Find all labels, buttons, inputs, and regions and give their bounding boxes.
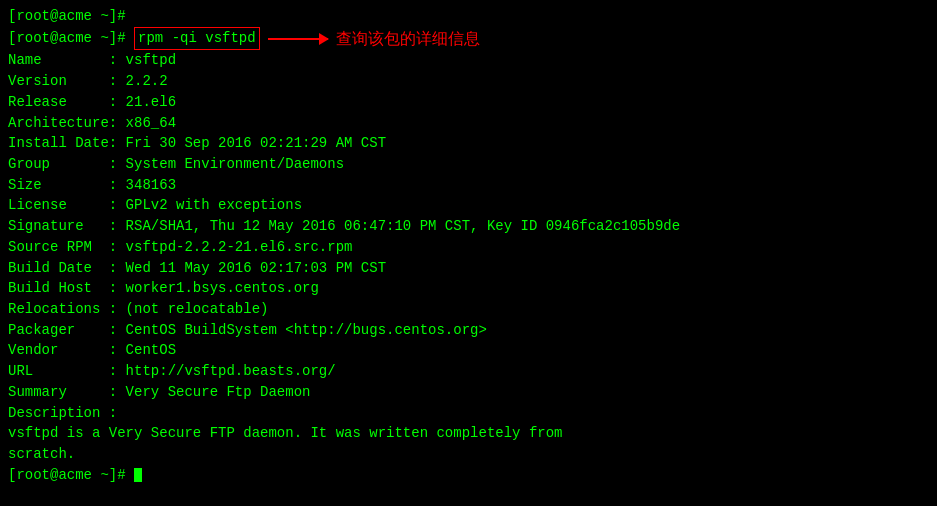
terminal-line-1: [root@acme ~]#	[8, 6, 929, 27]
terminal-line-packager: Packager : CentOS BuildSystem <http://bu…	[8, 320, 929, 341]
field-label-release: Release : 21.el6	[8, 92, 176, 113]
terminal-line-builddate: Build Date : Wed 11 May 2016 02:17:03 PM…	[8, 258, 929, 279]
arrow-annotation: 查询该包的详细信息	[268, 27, 480, 51]
cursor-blink	[134, 468, 142, 482]
field-label-packager: Packager : CentOS BuildSystem <http://bu…	[8, 320, 487, 341]
description-text-2: scratch.	[8, 444, 75, 465]
field-label-sourcerpm: Source RPM : vsftpd-2.2.2-21.el6.src.rpm	[8, 237, 352, 258]
terminal-line-relocations: Relocations : (not relocatable)	[8, 299, 929, 320]
field-label-installdate: Install Date: Fri 30 Sep 2016 02:21:29 A…	[8, 133, 386, 154]
final-prompt: [root@acme ~]#	[8, 465, 134, 486]
field-label-group: Group : System Environment/Daemons	[8, 154, 344, 175]
prompt-2: [root@acme ~]#	[8, 28, 134, 49]
terminal-line-name: Name : vsftpd	[8, 50, 929, 71]
field-label-description: Description :	[8, 403, 117, 424]
field-label-size: Size : 348163	[8, 175, 176, 196]
terminal-line-final-prompt: [root@acme ~]#	[8, 465, 929, 486]
field-label-builddate: Build Date : Wed 11 May 2016 02:17:03 PM…	[8, 258, 386, 279]
annotation-text: 查询该包的详细信息	[336, 27, 480, 51]
terminal-line-group: Group : System Environment/Daemons	[8, 154, 929, 175]
terminal-line-installdate: Install Date: Fri 30 Sep 2016 02:21:29 A…	[8, 133, 929, 154]
terminal-line-sourcerpm: Source RPM : vsftpd-2.2.2-21.el6.src.rpm	[8, 237, 929, 258]
terminal-line-description-1: vsftpd is a Very Secure FTP daemon. It w…	[8, 423, 929, 444]
field-label-relocations: Relocations : (not relocatable)	[8, 299, 268, 320]
terminal-line-2: [root@acme ~]# rpm -qi vsftpd 查询该包的详细信息	[8, 27, 929, 51]
field-label-url: URL : http://vsftpd.beasts.org/	[8, 361, 336, 382]
field-label-summary: Summary : Very Secure Ftp Daemon	[8, 382, 310, 403]
terminal-line-size: Size : 348163	[8, 175, 929, 196]
field-label-vendor: Vendor : CentOS	[8, 340, 176, 361]
field-label-signature: Signature : RSA/SHA1, Thu 12 May 2016 06…	[8, 216, 680, 237]
terminal-line-description-2: scratch.	[8, 444, 929, 465]
prompt-1: [root@acme ~]#	[8, 6, 126, 27]
terminal-line-version: Version : 2.2.2	[8, 71, 929, 92]
terminal-line-buildhost: Build Host : worker1.bsys.centos.org	[8, 278, 929, 299]
terminal-line-vendor: Vendor : CentOS	[8, 340, 929, 361]
terminal-line-signature: Signature : RSA/SHA1, Thu 12 May 2016 06…	[8, 216, 929, 237]
terminal-line-release: Release : 21.el6	[8, 92, 929, 113]
arrow-icon	[268, 38, 328, 40]
terminal-line-url: URL : http://vsftpd.beasts.org/	[8, 361, 929, 382]
terminal-line-description-header: Description :	[8, 403, 929, 424]
terminal-line-summary: Summary : Very Secure Ftp Daemon	[8, 382, 929, 403]
terminal-line-license: License : GPLv2 with exceptions	[8, 195, 929, 216]
terminal-line-arch: Architecture: x86_64	[8, 113, 929, 134]
field-label-name: Name : vsftpd	[8, 50, 176, 71]
description-text-1: vsftpd is a Very Secure FTP daemon. It w…	[8, 423, 563, 444]
field-label-buildhost: Build Host : worker1.bsys.centos.org	[8, 278, 319, 299]
field-label-license: License : GPLv2 with exceptions	[8, 195, 302, 216]
field-label-version: Version : 2.2.2	[8, 71, 168, 92]
terminal-window: [root@acme ~]# [root@acme ~]# rpm -qi vs…	[8, 6, 929, 500]
field-label-arch: Architecture: x86_64	[8, 113, 176, 134]
command-text: rpm -qi vsftpd	[134, 27, 260, 50]
